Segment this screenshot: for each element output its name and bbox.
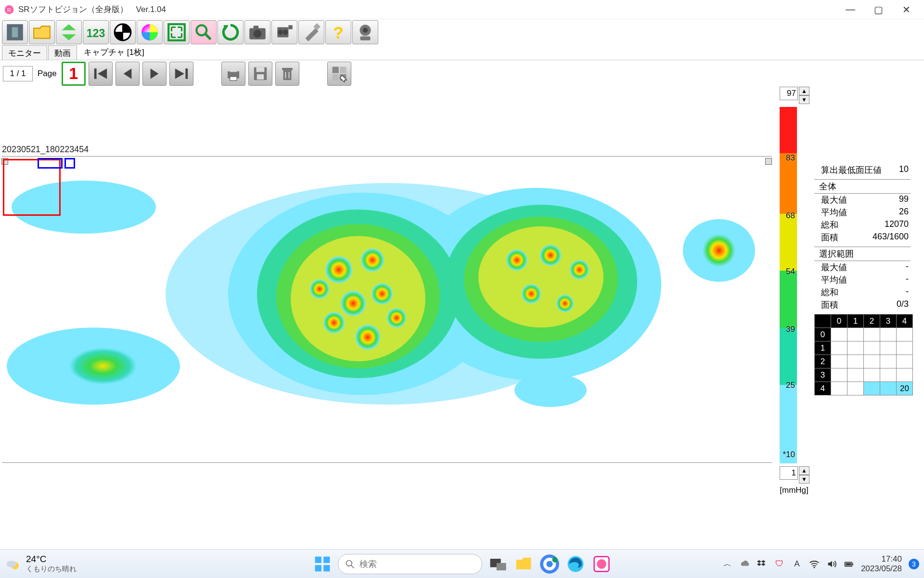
scale-max-down[interactable]: ▼	[799, 95, 809, 104]
svg-rect-15	[254, 26, 259, 28]
tab-video[interactable]: 動画	[48, 45, 77, 60]
svg-point-69	[540, 245, 561, 266]
fullscreen-button[interactable]	[164, 20, 190, 44]
chevron-up-icon[interactable]: ︿	[722, 559, 733, 569]
stat-value: -	[906, 287, 909, 298]
scale-max-input[interactable]	[780, 87, 798, 100]
svg-point-18	[283, 30, 288, 35]
clock[interactable]: 17:40 2023/05/28	[861, 554, 902, 573]
numbers-button[interactable]: 123	[83, 20, 109, 44]
next-frame-button[interactable]	[142, 62, 167, 86]
battery-icon[interactable]	[844, 559, 854, 569]
svg-point-90	[597, 559, 606, 569]
save-button[interactable]	[248, 62, 272, 86]
scale-tick: 83	[786, 153, 795, 163]
stat-value: -	[906, 262, 909, 273]
svg-rect-78	[315, 565, 321, 571]
rotate-button[interactable]	[218, 20, 244, 44]
webcam-button[interactable]	[352, 20, 378, 44]
svg-line-11	[205, 34, 211, 39]
wifi-icon[interactable]	[809, 559, 820, 569]
taskbar-search[interactable]: 検索	[338, 554, 482, 574]
camera-button[interactable]	[244, 20, 270, 44]
taskview-icon[interactable]	[487, 553, 508, 575]
zoom-button[interactable]	[191, 20, 217, 44]
selection-box-blue-1[interactable]	[38, 158, 63, 169]
tab-capture[interactable]: キャプチャ [1枚]	[78, 45, 150, 60]
close-button[interactable]: ✕	[892, 0, 920, 19]
edge-icon[interactable]	[565, 553, 586, 575]
svg-point-64	[323, 312, 345, 333]
scale-min-up[interactable]: ▲	[799, 466, 809, 475]
svg-marker-4	[62, 24, 76, 30]
svg-point-68	[506, 250, 527, 271]
svg-point-60	[325, 256, 352, 283]
volume-icon[interactable]	[826, 559, 837, 569]
onedrive-icon[interactable]	[740, 559, 750, 569]
page-indicator: 1 / 1	[3, 66, 33, 81]
scale-tick: 39	[786, 325, 795, 334]
stat-section: 全体	[814, 179, 911, 194]
video-button[interactable]	[271, 20, 297, 44]
minimize-button[interactable]: ―	[836, 0, 864, 19]
scale-min-input[interactable]	[780, 466, 798, 480]
print-button[interactable]	[221, 62, 245, 86]
maximize-button[interactable]: ▢	[864, 0, 892, 19]
scale-tick: 54	[786, 267, 795, 276]
ime-icon[interactable]: A	[792, 559, 802, 569]
scale-min-down[interactable]: ▼	[799, 475, 809, 484]
selection-box-blue-2[interactable]	[64, 158, 75, 169]
target-button[interactable]	[110, 20, 136, 44]
explorer-icon[interactable]	[513, 553, 534, 575]
svg-point-62	[341, 291, 366, 316]
workspace: 20230521_180223454	[0, 87, 924, 549]
svg-marker-5	[62, 34, 76, 40]
svg-rect-35	[256, 67, 264, 72]
capture-toolbar: 1 / 1 Page 1	[0, 60, 924, 87]
svg-rect-25	[94, 68, 97, 79]
svg-point-66	[387, 308, 406, 328]
svg-point-55	[69, 348, 137, 384]
help-button[interactable]: ?	[325, 20, 351, 44]
first-frame-button[interactable]	[89, 62, 113, 86]
search-placeholder: 検索	[359, 558, 377, 570]
scale-max-up[interactable]: ▲	[799, 87, 809, 95]
svg-point-71	[522, 284, 541, 303]
svg-point-70	[570, 260, 589, 279]
connect-button[interactable]	[2, 20, 28, 44]
svg-rect-41	[332, 66, 338, 73]
open-button[interactable]	[29, 20, 55, 44]
settings-button[interactable]	[298, 20, 324, 44]
app-taskbar-icon[interactable]	[591, 553, 612, 575]
svg-point-65	[355, 325, 380, 350]
tab-monitor[interactable]: モニター	[2, 45, 47, 60]
flip-button[interactable]	[56, 20, 82, 44]
svg-point-75	[6, 561, 16, 567]
layout-button[interactable]	[327, 62, 351, 86]
svg-point-17	[278, 30, 283, 35]
grid-cell: 20	[897, 382, 913, 395]
stat-value: -	[906, 274, 909, 286]
svg-rect-30	[185, 68, 188, 79]
weather-widget[interactable]: 24°C くもりのち晴れ	[5, 554, 77, 574]
scale-tick: *10	[783, 450, 795, 460]
stat-value: 0/3	[897, 299, 909, 311]
svg-point-10	[196, 25, 206, 35]
svg-rect-19	[288, 25, 292, 29]
chrome-icon[interactable]	[539, 553, 560, 575]
svg-rect-77	[323, 556, 330, 563]
delete-button[interactable]	[275, 62, 299, 86]
svg-point-72	[556, 295, 574, 312]
color-button[interactable]	[137, 20, 163, 44]
notification-badge[interactable]: 3	[909, 559, 919, 569]
svg-rect-93	[852, 564, 853, 565]
page-1-button[interactable]: 1	[62, 62, 86, 86]
dropbox-icon[interactable]	[757, 559, 768, 569]
svg-point-67	[310, 279, 329, 299]
last-frame-button[interactable]	[169, 62, 193, 86]
security-icon[interactable]: 🛡	[774, 559, 785, 569]
start-button[interactable]	[312, 553, 333, 575]
svg-point-91	[813, 566, 815, 568]
stat-value: 463/1600	[873, 232, 909, 243]
prev-frame-button[interactable]	[116, 62, 140, 86]
